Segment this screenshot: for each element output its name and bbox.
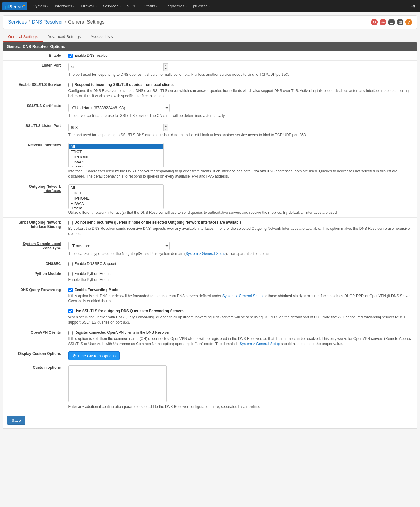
ssl-tls-cert-help: The server certificate to use for SSL/TL… [68,113,413,118]
nav-services[interactable]: Services ▾ [100,0,124,12]
tabs: General Settings Advanced Settings Acces… [3,32,417,42]
chevron-down-icon: ▾ [73,0,75,12]
custom-options-textarea[interactable] [68,365,167,402]
ssl-tls-cert-select[interactable]: GUI default (67338234b8198) [68,104,170,112]
nav-interfaces[interactable]: Interfaces ▾ [52,0,78,12]
value-dnssec: Enable DNSSEC Support [65,259,417,269]
value-listen-port: ▲▼ The port used for responding to DNS q… [65,61,417,80]
nav-vpn[interactable]: VPN ▾ [124,0,141,12]
hide-custom-options-button[interactable]: ⚙ Hide Custom Options [68,351,120,360]
dnssec-label: Enable DNSSEC Support [75,262,116,266]
ssl-forwarding-checkbox[interactable] [68,309,73,313]
row-ssl-forwarding: Use SSL/TLS for outgoing DNS Queries to … [3,306,417,328]
breadcrumb-services[interactable]: Services [8,19,27,25]
target-icon[interactable]: ◎ [380,19,386,25]
ssl-tls-label: Respond to incoming SSL/TLS queries from… [75,83,174,87]
zone-type-select[interactable]: Transparent Static Redirect Inform Infor… [68,242,170,250]
value-network-interfaces: All FTIOT FTPHONE FTWAN HECIS Interface … [65,140,417,182]
label-enable: Enable [3,51,65,61]
chevron-down-icon: ▾ [156,0,158,12]
help-icon[interactable]: ? [405,19,412,25]
ssl-tls-port-help: The port used for responding to SSL/TLS … [68,133,413,138]
row-python-module: Python Module Enable Python Module Enabl… [3,269,417,285]
network-interfaces-select[interactable]: All FTIOT FTPHONE FTWAN HECIS [68,143,164,167]
row-dnssec: DNSSEC Enable DNSSEC Support [3,259,417,269]
nav-pfsense[interactable]: pfSense ▾ [190,0,213,12]
openvpn-clients-checkbox[interactable] [68,331,73,335]
tab-advanced-settings[interactable]: Advanced Settings [43,32,86,42]
row-zone-type: System Domain LocalZone Type Transparent… [3,239,417,259]
ssl-forwarding-label: Use SSL/TLS for outgoing DNS Queries to … [75,309,184,313]
nav-status[interactable]: Status ▾ [141,0,161,12]
label-zone-type: System Domain LocalZone Type [3,239,65,259]
enable-checkbox[interactable] [68,54,73,58]
ssl-tls-port-input[interactable] [68,124,164,131]
row-network-interfaces: Network Interfaces All FTIOT FTPHONE FTW… [3,140,417,182]
chevron-down-icon: ▾ [185,0,187,12]
custom-options-help: Enter any additional configuration param… [68,404,413,409]
value-custom-options: Enter any additional configuration param… [65,363,417,412]
nav-firewall[interactable]: Firewall ▾ [78,0,100,12]
breadcrumb: Services / DNS Resolver / General Settin… [8,19,105,25]
label-dnssec: DNSSEC [3,259,65,269]
list-icon[interactable]: ☰ [388,19,395,25]
ssl-tls-help: Configures the DNS Resolver to act as a … [68,88,413,99]
label-dns-forwarding: DNS Query Forwarding [3,285,65,306]
tab-access-lists[interactable]: Access Lists [86,32,118,42]
nav-system[interactable]: System ▾ [30,0,52,12]
value-strict-outgoing: Do not send recursive queries if none of… [65,218,417,239]
ssl-tls-port-spinner[interactable]: ▲▼ [164,124,169,131]
refresh-icon[interactable]: ↺ [371,19,378,25]
table-icon[interactable]: ▦ [397,19,403,25]
enable-label: Enable DNS resolver [75,53,109,58]
label-ssl-tls-service: Enable SSL/TLS Service [3,80,65,101]
brand-text: pfSense+ [5,3,25,9]
row-enable: Enable Enable DNS resolver [3,51,417,61]
chevron-down-icon: ▾ [47,0,48,12]
row-ssl-tls-port: SSL/TLS Listen Port ▲▼ The port used for… [3,121,417,140]
dns-forwarding-checkbox[interactable] [68,288,73,292]
value-ssl-tls-service: Respond to incoming SSL/TLS queries from… [65,80,417,101]
zone-type-help: The local-zone type used for the Netgate… [68,251,413,256]
save-button[interactable]: Save [7,416,25,425]
listen-port-spinner[interactable]: ▲▼ [164,63,169,71]
dns-forwarding-help-link[interactable]: System > General Setup [222,294,263,298]
gear-icon: ⚙ [72,353,76,358]
row-custom-options: Custom options Enter any additional conf… [3,363,417,412]
ssl-tls-checkbox[interactable] [68,83,73,87]
nav-diagnostics[interactable]: Diagnostics ▾ [161,0,190,12]
python-module-checkbox[interactable] [68,272,73,276]
save-button-row: Save [3,412,417,429]
value-ssl-forwarding: Use SSL/TLS for outgoing DNS Queries to … [65,306,417,328]
value-ssl-tls-cert: GUI default (67338234b8198) The server c… [65,101,417,121]
label-outgoing-interfaces: Outgoing NetworkInterfaces [3,182,65,218]
tabs-container: General Settings Advanced Settings Acces… [3,32,417,42]
python-module-label: Enable Python Module [75,271,112,276]
strict-outgoing-label: Do not send recursive queries if none of… [75,220,243,225]
row-outgoing-interfaces: Outgoing NetworkInterfaces All FTIOT FTP… [3,182,417,218]
row-dns-forwarding: DNS Query Forwarding Enable Forwarding M… [3,285,417,306]
chevron-down-icon: ▾ [119,0,121,12]
breadcrumb-dns-resolver[interactable]: DNS Resolver [32,19,63,25]
row-strict-outgoing: Strict Outgoing Network Interface Bindin… [3,218,417,239]
outgoing-interfaces-select[interactable]: All FTIOT FTPHONE FTWAN HECIS [68,184,164,209]
tab-general-settings[interactable]: General Settings [3,32,43,42]
zone-type-help-link[interactable]: System > General Setup [186,252,226,256]
chevron-down-icon: ▾ [95,0,97,12]
page-header: Services / DNS Resolver / General Settin… [3,15,417,29]
options-table: Enable Enable DNS resolver Listen Port ▲… [3,51,417,412]
value-ssl-tls-port: ▲▼ The port used for responding to SSL/T… [65,121,417,140]
row-listen-port: Listen Port ▲▼ The port used for respond… [3,61,417,80]
value-openvpn-clients: Register connected OpenVPN clients in th… [65,328,417,349]
chevron-down-icon: ▾ [208,0,210,12]
strict-outgoing-checkbox[interactable] [68,221,73,225]
ssl-forwarding-help: When set in conjunction with DNS Query F… [68,315,413,325]
row-ssl-tls-cert: SSL/TLS Certificate GUI default (6733823… [3,101,417,121]
dnssec-checkbox[interactable] [68,262,73,266]
logout-button[interactable]: ⇥ [408,3,418,10]
header-icons: ↺ ◎ ☰ ▦ ? [371,19,412,25]
brand-logo[interactable]: pfSense+ [2,2,27,10]
row-ssl-tls-service: Enable SSL/TLS Service Respond to incomi… [3,80,417,101]
openvpn-help-link[interactable]: System > General Setup [240,342,280,346]
listen-port-input[interactable] [68,63,164,71]
